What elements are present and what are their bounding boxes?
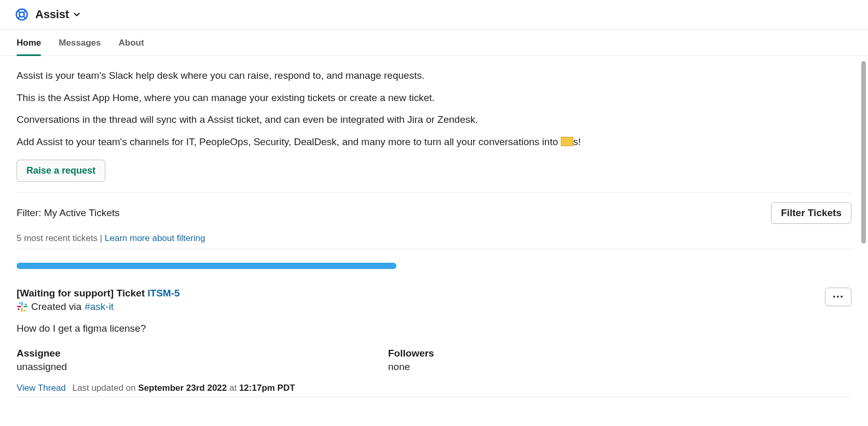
followers-col: Followers none bbox=[388, 348, 760, 373]
filter-row: Filter: My Active Tickets Filter Tickets bbox=[17, 202, 851, 224]
intro-line-1: Assist is your team's Slack help desk wh… bbox=[17, 68, 851, 83]
section-divider-2 bbox=[17, 249, 851, 249]
ticket-more-button[interactable]: ··· bbox=[825, 288, 851, 306]
ticket-id-link[interactable]: ITSM-5 bbox=[147, 288, 180, 299]
updated-prefix: Last updated on bbox=[73, 383, 139, 393]
svg-line-4 bbox=[18, 16, 20, 18]
assignee-col: Assignee unassigned bbox=[17, 348, 388, 373]
app-title: Assist bbox=[35, 8, 69, 21]
updated-time: 12:17pm PDT bbox=[239, 383, 295, 393]
followers-value: none bbox=[388, 361, 760, 373]
assignee-value: unassigned bbox=[17, 361, 388, 373]
ticket-status-prefix: [Waiting for support] Ticket bbox=[17, 288, 147, 299]
svg-line-3 bbox=[23, 11, 25, 13]
tab-about[interactable]: About bbox=[119, 30, 144, 55]
svg-line-5 bbox=[23, 16, 25, 18]
svg-rect-7 bbox=[23, 306, 27, 307]
svg-rect-9 bbox=[17, 306, 21, 307]
app-header: Assist bbox=[0, 0, 868, 29]
ticket-meta-row: Assignee unassigned Followers none bbox=[17, 348, 851, 373]
updated-mid: at bbox=[227, 383, 239, 393]
updated-date: September 23rd 2022 bbox=[138, 383, 227, 393]
chevron-down-icon bbox=[73, 11, 80, 18]
created-prefix: Created via bbox=[31, 301, 81, 313]
view-thread-link[interactable]: View Thread bbox=[17, 383, 66, 393]
svg-rect-8 bbox=[21, 308, 23, 312]
tab-bar: Home Messages About bbox=[0, 30, 868, 56]
svg-point-13 bbox=[18, 308, 20, 310]
intro-line-4-post: s! bbox=[573, 136, 581, 147]
tab-messages[interactable]: Messages bbox=[59, 30, 101, 55]
progress-bar bbox=[17, 263, 396, 269]
filter-tickets-button[interactable]: Filter Tickets bbox=[771, 202, 851, 224]
ticket-created-line: Created via #ask-it bbox=[17, 301, 825, 313]
ticket-question: How do I get a figma license? bbox=[17, 323, 851, 334]
followers-label: Followers bbox=[388, 348, 760, 359]
recent-prefix: 5 most recent tickets | bbox=[17, 233, 105, 243]
ticket-divider bbox=[17, 396, 851, 397]
ticket-card: [Waiting for support] Ticket ITSM-5 bbox=[17, 288, 851, 397]
content-area: Assist is your team's Slack help desk wh… bbox=[0, 56, 868, 421]
raise-request-button[interactable]: Raise a request bbox=[17, 160, 105, 182]
learn-more-filtering-link[interactable]: Learn more about filtering bbox=[105, 233, 205, 243]
channel-link[interactable]: #ask-it bbox=[85, 301, 114, 313]
svg-point-12 bbox=[24, 309, 26, 311]
svg-point-0 bbox=[17, 9, 27, 20]
svg-point-11 bbox=[25, 304, 27, 306]
svg-rect-6 bbox=[21, 302, 23, 306]
recent-tickets-line: 5 most recent tickets | Learn more about… bbox=[17, 233, 851, 244]
svg-line-2 bbox=[18, 11, 20, 13]
ticket-title: [Waiting for support] Ticket ITSM-5 bbox=[17, 288, 825, 299]
svg-point-10 bbox=[19, 302, 21, 304]
intro-line-4: Add Assist to your team's channels for I… bbox=[17, 135, 851, 150]
scrollbar-thumb[interactable] bbox=[861, 61, 866, 244]
intro-line-4-pre: Add Assist to your team's channels for I… bbox=[17, 136, 561, 147]
section-divider-1 bbox=[17, 192, 851, 193]
filter-label: Filter: My Active Tickets bbox=[17, 207, 119, 219]
app-title-button[interactable]: Assist bbox=[35, 8, 80, 21]
assist-icon bbox=[15, 7, 29, 22]
tab-home[interactable]: Home bbox=[17, 30, 41, 55]
ticket-footer: View Thread Last updated on September 23… bbox=[17, 383, 851, 393]
ticket-header: [Waiting for support] Ticket ITSM-5 bbox=[17, 288, 851, 313]
assignee-label: Assignee bbox=[17, 348, 388, 359]
slack-icon bbox=[17, 301, 28, 313]
intro-block: Assist is your team's Slack help desk wh… bbox=[17, 68, 851, 182]
ticket-emoji-icon bbox=[561, 137, 573, 146]
intro-line-2: This is the Assist App Home, where you c… bbox=[17, 91, 851, 106]
intro-line-3: Conversations in the thread will sync wi… bbox=[17, 112, 851, 127]
